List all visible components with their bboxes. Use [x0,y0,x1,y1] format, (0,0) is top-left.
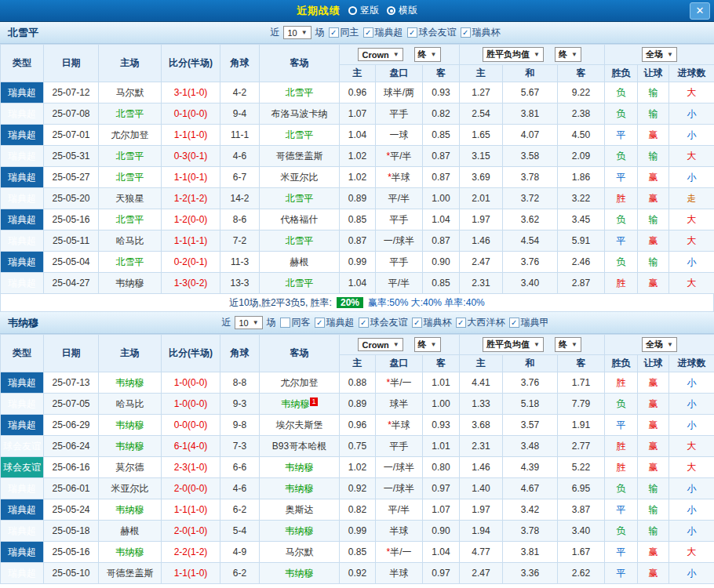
away-team-cell: 尤尔加登 [260,372,340,394]
euro-draw-odds: 5.18 [503,394,558,415]
close-button[interactable]: ✕ [690,2,710,20]
corners-cell: 11-3 [220,252,260,273]
handicap-cell: 平手 [376,103,423,125]
handicap-result-cell: 赢 [638,125,669,146]
filter-checkbox[interactable]: 同主 [329,26,359,39]
checkbox-label: 瑞典超 [326,316,355,329]
type-cell: 瑞典超 [1,252,44,273]
handicap-result-cell: 输 [638,252,669,273]
home-team-cell: 韦纳穆 [99,499,162,521]
chevron-down-icon: ▼ [571,341,577,348]
goals-cell: 小 [669,103,714,125]
away-team-cell: 马尔默 [260,542,340,563]
filter-checkbox[interactable]: 瑞典杯 [461,26,501,39]
checkbox-label: 同主 [341,26,359,39]
away-team: 埃尔夫斯堡 [276,419,323,430]
home-team: 天狼星 [116,193,144,204]
filter-checkbox[interactable]: 瑞典杯 [412,316,452,329]
date-cell: 25-05-27 [44,167,99,188]
asian-home-odds: 0.96 [340,415,376,436]
euro-home-odds: 1.97 [460,209,503,230]
score-cell: 3-1(1-0) [162,82,220,103]
match-count-select[interactable]: 10▼ [235,316,262,329]
euro-away-odds: 1.67 [558,542,605,563]
handicap-cell: 一/球半 [376,230,423,252]
final-odds-select[interactable]: 终▼ [555,47,581,62]
type-cell: 瑞典超 [1,273,44,294]
euro-draw-odds: 3.72 [503,188,558,209]
checkbox-label: 瑞典超 [375,26,403,39]
corners-cell: 6-7 [220,167,260,188]
home-team: 北雪平 [116,256,144,267]
type-cell: 瑞典超 [1,372,44,394]
handicap-result-cell: 输 [638,209,669,230]
scope-select[interactable]: 全场▼ [642,47,677,62]
away-team-cell: 赫根 [260,252,340,273]
layout-radio-horizontal[interactable]: 横版 [387,4,417,17]
corners-cell: 8-8 [220,372,260,394]
chevron-down-icon: ▼ [667,341,673,348]
filter-checkbox[interactable]: 球会友谊 [407,26,457,39]
euro-home-odds: 1.46 [460,457,503,478]
asian-away-odds: 1.01 [423,436,460,457]
scope-select[interactable]: 全场▼ [642,337,677,352]
match-count-select[interactable]: 10▼ [283,26,311,39]
type-cell: 瑞典超 [1,499,44,521]
col-corners: 角球 [220,335,260,372]
score-cell: 2-3(1-0) [162,457,220,478]
euro-home-odds: 1.94 [460,521,503,542]
handicap-cell: 平手 [376,436,423,457]
asian-away-odds: 0.93 [423,415,460,436]
euro-away-odds: 1.91 [558,415,605,436]
avg-odds-select[interactable]: 胜平负均值▼ [483,47,544,62]
final-odds-select[interactable]: 终▼ [414,337,441,352]
goals-cell: 大 [669,230,714,252]
score-cell: 1-1(1-1) [162,230,220,252]
radio-selected-icon [387,6,395,15]
asian-away-odds: 0.87 [423,167,460,188]
score-cell: 1-1(1-0) [162,499,220,521]
type-cell: 瑞典超 [1,415,44,436]
date-cell: 25-05-04 [44,252,99,273]
radio-vertical-label: 竖版 [360,4,379,17]
final-odds-select[interactable]: 终▼ [414,47,441,62]
col-asian-away: 客 [423,65,460,82]
handicap-result-cell: 赢 [638,230,669,252]
chevron-down-icon: ▼ [301,29,308,36]
euro-away-odds: 6.95 [558,478,605,499]
euro-home-odds: 4.77 [460,542,503,563]
asian-away-odds: 0.87 [423,146,460,167]
odds-source-select[interactable]: Crown▼ [358,48,403,61]
home-team-cell: 尤尔加登 [99,125,162,146]
avg-odds-select[interactable]: 胜平负均值▼ [483,337,544,352]
handicap-result-cell: 输 [638,499,669,521]
col-goals: 进球数 [669,65,714,82]
checkbox-label: 球会友谊 [370,316,408,329]
asian-away-odds: 0.90 [423,521,460,542]
goals-cell: 小 [669,394,714,415]
asian-away-odds: 0.93 [423,82,460,103]
filter-checkbox[interactable]: 大西洋杯 [456,316,505,329]
filter-checkbox[interactable]: 球会友谊 [359,316,408,329]
layout-radio-vertical[interactable]: 竖版 [348,4,379,17]
filter-checkbox[interactable]: 瑞典甲 [509,316,549,329]
final-odds-select[interactable]: 终▼ [555,337,581,352]
filter-checkbox[interactable]: 瑞典超 [363,26,403,39]
home-team-cell: 赫根 [99,521,162,542]
type-cell: 瑞典超 [1,521,44,542]
euro-home-odds: 1.27 [460,82,503,103]
result-cell: 平 [605,542,638,563]
asian-home-odds: 0.92 [340,563,376,584]
corners-cell: 6-2 [220,499,260,521]
panel-header: 韦纳穆 近10▼场同客瑞典超球会友谊瑞典杯大西洋杯瑞典甲 [0,312,714,334]
home-team-cell: 韦纳穆 [99,542,162,563]
score-cell: 0-0(0-0) [162,415,220,436]
chevron-down-icon: ▼ [534,341,540,348]
corners-cell: 11-1 [220,125,260,146]
euro-draw-odds: 3.76 [503,372,558,394]
home-team: 北雪平 [116,172,144,183]
filter-checkbox[interactable]: 瑞典超 [315,316,355,329]
odds-source-select[interactable]: Crown▼ [358,338,403,351]
home-team-cell: 北雪平 [99,103,162,125]
filter-checkbox[interactable]: 同客 [280,316,311,329]
